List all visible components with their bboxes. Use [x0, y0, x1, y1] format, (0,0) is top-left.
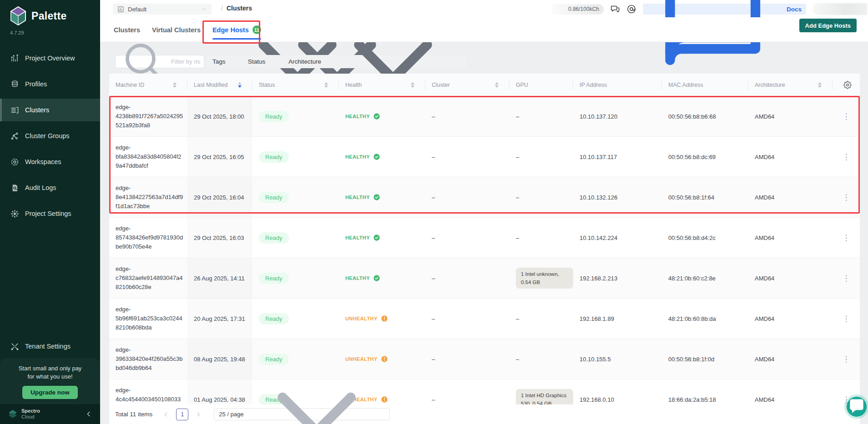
sidebar-item-label: Profiles	[25, 80, 47, 88]
sidebar-item-project-overview[interactable]: Project Overview	[0, 47, 100, 70]
table-row[interactable]: edge-8e41384227563a7d14df9f1d1ac73bbe 29…	[109, 177, 860, 218]
filter-dropdown-architecture[interactable]: Architecture	[283, 55, 467, 68]
total-items-label: Total 11 items	[115, 411, 152, 418]
row-menu-icon[interactable]: ⋮	[840, 152, 853, 161]
tab-virtual-clusters[interactable]: Virtual Clusters	[152, 17, 201, 42]
search-input[interactable]	[171, 58, 200, 65]
ip-address: 10.10.137.120	[573, 96, 662, 136]
cluster-value: –	[425, 258, 510, 298]
machine-id-search[interactable]	[115, 55, 204, 68]
table-row[interactable]: edge-bfa83842a83d8405804f29a47ddbafcf 29…	[109, 137, 860, 177]
table-row[interactable]: edge-c76832aefe914893047a48210b60c28e 26…	[109, 258, 860, 299]
status-badge: Ready	[259, 313, 289, 324]
table-row[interactable]: edge-396338420e4f260a55c3bbd046db9b64 08…	[109, 339, 860, 379]
project-chart-icon	[117, 6, 124, 13]
sort-carets-icon	[411, 82, 414, 88]
spectro-cloud-logo-icon	[8, 409, 17, 419]
last-modified: 20 Aug 2025, 17:31	[187, 299, 252, 339]
table-row[interactable]: edge-5b96f691ab253ca3c02448210b608bda 20…	[109, 299, 860, 339]
sidebar-item-label: Audit Logs	[25, 184, 56, 191]
app-version: 4.7.29	[0, 25, 100, 35]
last-modified: 26 Aug 2025, 14:11	[187, 258, 252, 298]
project-selector[interactable]: Default	[113, 4, 212, 15]
tab-count-badge: 11	[252, 25, 262, 34]
tab-label: Clusters	[114, 26, 140, 34]
last-modified: 29 Oct 2025, 16:05	[187, 137, 252, 177]
health-label: HEALTHY	[345, 154, 370, 160]
user-menu-blurred[interactable]	[812, 3, 867, 15]
mac-address: 48:21:0b:60:c2:8e	[662, 258, 748, 298]
column-header-cluster[interactable]: Cluster	[425, 74, 510, 96]
sidebar-item-audit-logs[interactable]: Audit Logs	[0, 176, 100, 199]
table-settings-gear-icon[interactable]	[843, 81, 852, 89]
architecture-value: AMD64	[748, 96, 833, 136]
support-at-icon[interactable]	[626, 4, 636, 14]
ip-address: 10.10.142.224	[573, 218, 662, 258]
cluster-value: –	[425, 218, 510, 258]
mac-address: 00:50:56:b8:1f:0d	[662, 339, 748, 379]
last-modified: 29 Oct 2025, 18:00	[187, 96, 252, 136]
cluster-value: –	[425, 137, 510, 177]
edge-hosts-table: Machine IDLast ModifiedStatusHealthClust…	[109, 74, 860, 420]
row-menu-icon[interactable]: ⋮	[840, 314, 853, 323]
chevron-down-icon	[202, 6, 207, 12]
add-edge-hosts-button[interactable]: Add Edge Hosts	[799, 19, 857, 32]
sidebar-item-workspaces[interactable]: Workspaces	[0, 150, 100, 173]
sidebar-item-tenant-settings[interactable]: Tenant Settings	[0, 335, 100, 358]
column-header-last-modified[interactable]: Last Modified	[187, 74, 252, 96]
pagination-next-icon[interactable]	[195, 411, 202, 418]
feedback-chat-icon[interactable]	[610, 4, 620, 14]
pagination-page-1[interactable]: 1	[176, 409, 188, 420]
tenant-settings-icon	[10, 342, 19, 351]
edge-hosts-content: TagsStatusArchitecture Machine IDLast Mo…	[100, 42, 868, 424]
sidebar-item-project-settings[interactable]: Project Settings	[0, 202, 100, 225]
sort-carets-icon	[173, 82, 177, 88]
status-badge: Ready	[259, 111, 289, 122]
architecture-value: AMD64	[748, 137, 833, 177]
status-badge: Ready	[259, 192, 289, 203]
sidebar-item-label: Cluster Groups	[25, 132, 70, 140]
column-header-machine-id[interactable]: Machine ID	[109, 74, 187, 96]
last-modified: 08 Aug 2025, 19:48	[187, 339, 252, 379]
docs-button[interactable]: Docs	[643, 4, 806, 15]
cluster-value: –	[425, 96, 510, 136]
cluster-groups-icon	[10, 132, 19, 140]
sidebar-item-clusters[interactable]: Clusters	[0, 99, 100, 121]
ip-address: 10.10.155.5	[573, 339, 662, 379]
sidebar-item-cluster-groups[interactable]: Cluster Groups	[0, 125, 100, 147]
ip-address: 192.168.2.213	[573, 258, 662, 298]
column-header-health[interactable]: Health	[339, 74, 425, 96]
gpu-badge: 1 Intel unknown, 0.54 GB	[516, 268, 573, 289]
page-size-select[interactable]: 25 / page	[214, 408, 389, 420]
upgrade-promo-panel: Start small and only pay for what you us…	[0, 358, 100, 404]
chevron-down-icon	[248, 346, 385, 424]
row-menu-icon[interactable]: ⋮	[840, 233, 853, 242]
column-header-status[interactable]: Status	[252, 74, 339, 96]
brand-name: Palette	[31, 10, 67, 22]
upgrade-now-button[interactable]: Upgrade now	[22, 386, 78, 399]
sidebar-item-label: Project Settings	[25, 210, 71, 217]
sidebar-item-profiles[interactable]: Profiles	[0, 73, 100, 95]
architecture-value: AMD64	[748, 299, 833, 339]
check-circle-icon	[373, 113, 380, 120]
row-menu-icon[interactable]: ⋮	[840, 193, 853, 202]
tab-edge-hosts[interactable]: Edge Hosts 11	[212, 17, 261, 42]
row-menu-icon[interactable]: ⋮	[840, 274, 853, 283]
gpu-value: –	[510, 299, 573, 339]
machine-id: edge-857438426ef9d9781930dbe90b705e4e	[116, 224, 187, 251]
row-menu-icon[interactable]: ⋮	[840, 354, 853, 364]
row-menu-icon[interactable]: ⋮	[840, 112, 853, 121]
check-circle-icon	[373, 234, 380, 241]
sidebar-collapse-icon[interactable]	[85, 410, 93, 418]
sort-carets-icon	[818, 82, 822, 88]
pagination-prev-icon[interactable]	[162, 411, 170, 418]
table-row[interactable]: edge-4238b891f7267a5024295521a92b3fa8 29…	[109, 96, 860, 137]
tab-clusters[interactable]: Clusters	[114, 17, 140, 42]
machine-id: edge-c76832aefe914893047a48210b60c28e	[116, 264, 187, 292]
architecture-value: AMD64	[748, 218, 833, 258]
architecture-value: AMD64	[748, 258, 833, 298]
last-modified: 29 Oct 2025, 16:04	[187, 177, 252, 217]
workspaces-icon	[10, 158, 19, 166]
table-row[interactable]: edge-857438426ef9d9781930dbe90b705e4e 29…	[109, 218, 860, 258]
live-chat-button[interactable]	[847, 397, 867, 417]
